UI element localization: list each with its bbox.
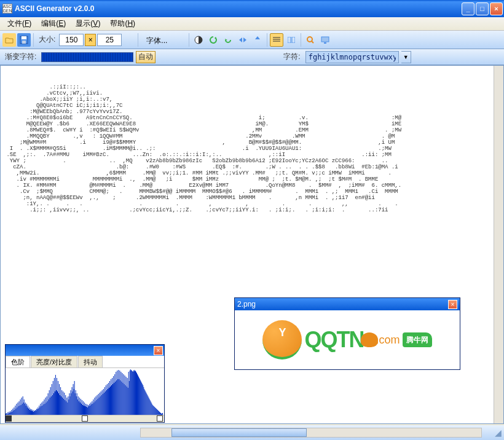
close-button[interactable]: × (490, 2, 503, 15)
svg-rect-154 (96, 395, 97, 415)
menu-help[interactable]: 帮助(H) (105, 17, 140, 30)
svg-rect-64 (40, 404, 41, 415)
svg-rect-93 (58, 393, 59, 415)
width-input[interactable] (59, 34, 84, 46)
gradient-slider[interactable] (41, 52, 133, 62)
svg-rect-99 (62, 398, 63, 415)
svg-rect-63 (39, 407, 40, 415)
svg-rect-94 (59, 384, 60, 415)
histogram-handle-white[interactable] (157, 415, 163, 422)
zoom-button[interactable] (304, 33, 317, 47)
flip-v-button[interactable] (251, 33, 264, 47)
svg-rect-141 (89, 406, 89, 415)
svg-rect-131 (82, 405, 83, 415)
svg-rect-74 (47, 396, 47, 415)
svg-rect-50 (31, 409, 32, 415)
align-button[interactable] (270, 33, 283, 47)
svg-rect-45 (28, 409, 29, 415)
svg-rect-68 (42, 401, 43, 415)
svg-rect-1 (22, 36, 26, 39)
svg-rect-251 (158, 411, 159, 415)
contrast-button[interactable] (192, 33, 205, 47)
svg-rect-243 (153, 406, 154, 415)
svg-rect-82 (52, 384, 52, 415)
menu-file[interactable]: 文件(F) (2, 17, 36, 30)
save-button[interactable] (17, 33, 31, 47)
svg-rect-18 (11, 410, 12, 415)
svg-rect-33 (21, 405, 22, 415)
svg-rect-109 (68, 399, 69, 415)
histogram-handle-black[interactable] (6, 415, 12, 422)
svg-rect-233 (146, 394, 147, 415)
minimize-button[interactable]: _ (462, 2, 474, 15)
svg-rect-248 (156, 409, 157, 415)
svg-rect-43 (27, 407, 28, 415)
auto-button[interactable]: 自动 (136, 51, 156, 63)
svg-rect-222 (140, 379, 140, 415)
size-lock-button[interactable]: × (85, 34, 96, 46)
tab-brightness[interactable]: 亮度/对比度 (31, 356, 77, 367)
preview-close-button[interactable]: × (448, 300, 457, 309)
svg-rect-88 (55, 375, 56, 415)
svg-rect-115 (73, 391, 73, 415)
svg-rect-190 (119, 371, 120, 415)
svg-rect-60 (37, 407, 38, 415)
resize-grip[interactable]: ◢ (492, 428, 502, 438)
svg-rect-172 (108, 383, 109, 415)
height-input[interactable] (97, 34, 122, 46)
monitor-button[interactable] (318, 33, 332, 47)
svg-rect-112 (70, 390, 71, 415)
svg-rect-211 (133, 372, 133, 415)
maximize-button[interactable]: □ (476, 2, 489, 15)
svg-rect-220 (138, 377, 139, 415)
svg-rect-24 (15, 406, 15, 415)
tab-levels[interactable]: 色阶 (6, 356, 30, 367)
horizontal-scrollbar[interactable] (140, 428, 482, 438)
histogram-titlebar[interactable]: × (6, 345, 164, 356)
svg-rect-214 (135, 371, 135, 415)
svg-rect-66 (41, 403, 42, 415)
menu-view[interactable]: 显示(V) (71, 17, 105, 30)
histogram-chart (6, 368, 164, 415)
svg-rect-234 (147, 395, 148, 415)
open-button[interactable] (2, 33, 16, 47)
layout-button[interactable] (285, 33, 298, 47)
svg-rect-230 (144, 390, 145, 415)
svg-rect-138 (87, 404, 87, 415)
histogram-close-button[interactable]: × (154, 346, 163, 355)
svg-rect-46 (29, 407, 30, 415)
svg-rect-70 (44, 399, 44, 415)
svg-rect-21 (13, 411, 14, 415)
svg-rect-39 (25, 404, 25, 415)
statusbar: ◢ (0, 425, 504, 440)
vertical-scrollbar[interactable] (494, 66, 503, 423)
svg-rect-47 (30, 410, 30, 415)
logo-icon: Y (262, 320, 302, 359)
svg-rect-137 (86, 407, 87, 415)
refresh-button[interactable] (207, 33, 220, 47)
svg-rect-69 (43, 404, 44, 415)
chars-dropdown[interactable]: ▼ (401, 51, 411, 63)
rotate-button[interactable] (221, 33, 235, 47)
svg-rect-210 (132, 371, 133, 415)
menu-edit[interactable]: 编辑(E) (36, 17, 71, 30)
svg-rect-177 (111, 385, 112, 415)
tab-dither[interactable]: 抖动 (78, 356, 103, 367)
scrollbar-thumb[interactable] (171, 428, 307, 437)
svg-rect-196 (123, 374, 124, 415)
svg-rect-139 (87, 407, 88, 415)
svg-rect-104 (65, 395, 66, 415)
preview-titlebar[interactable]: 2.png × (235, 298, 460, 310)
svg-rect-35 (22, 404, 23, 415)
chars-input[interactable] (305, 51, 399, 63)
svg-rect-30 (19, 401, 20, 415)
svg-rect-105 (66, 401, 66, 415)
svg-rect-169 (106, 390, 107, 415)
svg-rect-223 (140, 380, 141, 415)
svg-rect-65 (41, 406, 41, 415)
preview-image: Y QQTN .com 腾牛网 (235, 310, 460, 369)
flip-h-button[interactable] (236, 33, 250, 47)
font-button[interactable]: 字体... (141, 34, 173, 46)
histogram-slider[interactable] (6, 415, 164, 422)
histogram-handle-mid[interactable] (82, 415, 88, 422)
